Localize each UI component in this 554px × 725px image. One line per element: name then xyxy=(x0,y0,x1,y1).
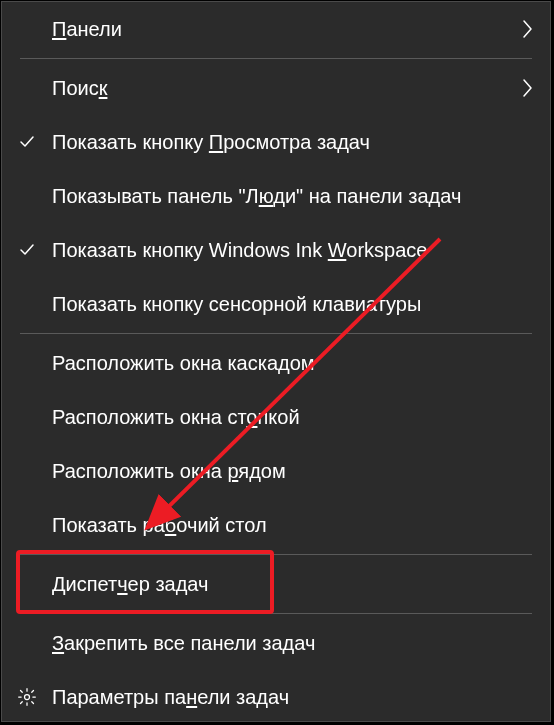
menu-item-label: Параметры панели задач xyxy=(52,686,550,709)
menu-separator xyxy=(20,58,532,59)
menu-separator xyxy=(20,333,532,334)
menu-item-side-by-side[interactable]: Расположить окна рядом xyxy=(2,444,550,498)
menu-item-show-touch-kbd[interactable]: Показать кнопку сенсорной клавиатуры xyxy=(2,277,550,331)
svg-point-0 xyxy=(25,695,30,700)
menu-item-show-people[interactable]: Показывать панель "Люди" на панели задач xyxy=(2,169,550,223)
menu-item-label: Показывать панель "Люди" на панели задач xyxy=(52,185,550,208)
menu-item-cascade[interactable]: Расположить окна каскадом xyxy=(2,336,550,390)
menu-separator xyxy=(20,613,532,614)
menu-item-label: Показать кнопку Windows Ink Workspace xyxy=(52,239,550,262)
taskbar-context-menu: ПанелиПоискПоказать кнопку Просмотра зад… xyxy=(1,1,551,722)
chevron-right-icon xyxy=(512,78,542,98)
menu-item-label: Расположить окна каскадом xyxy=(52,352,550,375)
check-icon xyxy=(2,133,52,151)
menu-item-show-desktop[interactable]: Показать рабочий стол xyxy=(2,498,550,552)
menu-separator xyxy=(20,554,532,555)
menu-item-label: Диспетчер задач xyxy=(52,573,550,596)
check-icon xyxy=(2,241,52,259)
menu-item-label: Расположить окна стопкой xyxy=(52,406,550,429)
menu-item-search[interactable]: Поиск xyxy=(2,61,550,115)
menu-item-label: Показать кнопку Просмотра задач xyxy=(52,131,550,154)
menu-item-label: Панели xyxy=(52,18,512,41)
menu-item-show-ink[interactable]: Показать кнопку Windows Ink Workspace xyxy=(2,223,550,277)
menu-item-show-taskview[interactable]: Показать кнопку Просмотра задач xyxy=(2,115,550,169)
menu-item-label: Закрепить все панели задач xyxy=(52,632,550,655)
menu-item-label: Расположить окна рядом xyxy=(52,460,550,483)
menu-item-label: Показать кнопку сенсорной клавиатуры xyxy=(52,293,550,316)
menu-item-task-manager[interactable]: Диспетчер задач xyxy=(2,557,550,611)
menu-item-lock-taskbar[interactable]: Закрепить все панели задач xyxy=(2,616,550,670)
menu-item-stack[interactable]: Расположить окна стопкой xyxy=(2,390,550,444)
menu-item-label: Показать рабочий стол xyxy=(52,514,550,537)
chevron-right-icon xyxy=(512,19,542,39)
menu-item-panels[interactable]: Панели xyxy=(2,2,550,56)
menu-item-taskbar-settings[interactable]: Параметры панели задач xyxy=(2,670,550,724)
gear-icon xyxy=(2,687,52,707)
menu-item-label: Поиск xyxy=(52,77,512,100)
